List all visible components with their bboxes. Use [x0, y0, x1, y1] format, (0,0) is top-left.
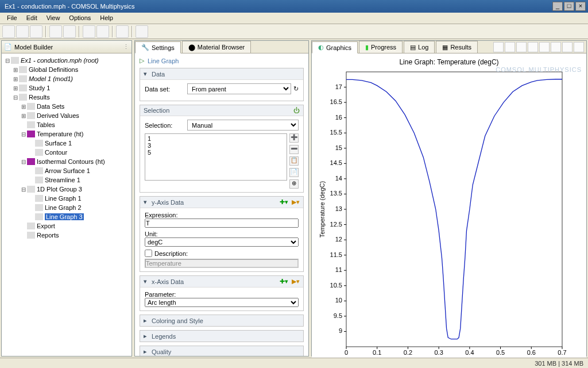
- line-plot: 00.10.20.30.40.50.60.799.51010.51111.512…: [316, 68, 569, 358]
- tree-node[interactable]: Surface 1: [4, 139, 129, 148]
- svg-text:17: 17: [335, 83, 342, 90]
- tree-node[interactable]: ⊞Study 1: [4, 83, 129, 93]
- yaxis-add-icon[interactable]: ✚▾: [280, 198, 288, 206]
- xaxis-tool-icon[interactable]: ▶▾: [292, 278, 300, 285]
- view-grid-icon[interactable]: [551, 42, 561, 52]
- tab-settings[interactable]: 🔧Settings: [135, 41, 181, 53]
- menu-help[interactable]: Help: [95, 13, 118, 24]
- model-builder-panel: 📄 Model Builder ⋮ ⊟Ex1 - conduction.mph …: [1, 40, 132, 356]
- plot-area[interactable]: Line Graph: Temperature (degC) COMSOL MU…: [312, 53, 586, 358]
- tree-node[interactable]: Arrow Surface 1: [4, 166, 129, 175]
- tree-node[interactable]: Line Graph 2: [4, 203, 129, 212]
- toolbar-paste-icon[interactable]: [96, 25, 109, 38]
- section-quality: ▸Quality: [140, 346, 304, 356]
- svg-text:0.6: 0.6: [527, 349, 536, 356]
- svg-text:0.7: 0.7: [558, 349, 566, 356]
- print-icon[interactable]: [574, 42, 584, 52]
- svg-text:12: 12: [335, 236, 342, 243]
- svg-text:0.1: 0.1: [373, 349, 381, 356]
- menu-view[interactable]: View: [42, 13, 65, 24]
- tree-node[interactable]: Contour: [4, 148, 129, 157]
- snapshot-icon[interactable]: [562, 42, 572, 52]
- svg-text:12.5: 12.5: [330, 221, 342, 228]
- svg-text:10.5: 10.5: [330, 282, 342, 289]
- zoom-in-icon[interactable]: [493, 42, 504, 52]
- svg-text:13: 13: [335, 205, 342, 212]
- toolbar-open-icon[interactable]: [16, 25, 29, 38]
- toolbar-save-icon[interactable]: [30, 25, 42, 38]
- tree-node[interactable]: Tables: [4, 120, 129, 129]
- toolbar-new-icon[interactable]: [2, 25, 15, 38]
- tab-results[interactable]: ▦Results: [436, 41, 478, 53]
- zoom-out-icon[interactable]: [505, 42, 515, 52]
- expression-input[interactable]: [145, 218, 299, 228]
- selection-listbox[interactable]: 1 3 5: [145, 133, 287, 181]
- tab-graphics[interactable]: ◐Graphics: [312, 41, 358, 53]
- tree-node[interactable]: Line Graph 1: [4, 194, 129, 203]
- dataset-select[interactable]: From parent: [187, 83, 291, 94]
- menu-bar: File Edit View Options Help: [0, 13, 588, 24]
- title-bar: Ex1 - conduction.mph - COMSOL Multiphysi…: [0, 0, 588, 13]
- section-x-axis: ▾x-Axis Data ✚▾ ▶▾ Parameter: Arc length: [140, 275, 304, 311]
- tab-log[interactable]: ▤Log: [404, 41, 435, 53]
- tree-node[interactable]: ⊟Isothermal Contours (ht): [4, 157, 129, 166]
- maximize-button[interactable]: □: [564, 2, 574, 11]
- toolbar-help-icon[interactable]: [136, 25, 148, 38]
- tree-node[interactable]: ⊞Data Sets: [4, 102, 129, 111]
- progress-icon: ▮: [365, 44, 369, 51]
- close-button[interactable]: ×: [575, 2, 586, 11]
- yaxis-tool-icon[interactable]: ▶▾: [292, 198, 300, 206]
- dataset-reset-icon[interactable]: ↻: [293, 85, 299, 93]
- tree-node[interactable]: Export: [4, 221, 129, 231]
- selection-label: Selection:: [145, 122, 187, 129]
- toolbar-copy-icon[interactable]: [83, 25, 95, 38]
- zoom-box-icon[interactable]: [528, 42, 538, 52]
- selection-copy-icon[interactable]: 📋: [289, 156, 299, 166]
- minimize-button[interactable]: _: [552, 2, 563, 11]
- menu-file[interactable]: File: [2, 13, 22, 24]
- menu-options[interactable]: Options: [64, 13, 95, 24]
- panel-tools-icon[interactable]: ⋮: [123, 43, 129, 51]
- wrench-icon: 🔧: [141, 44, 149, 51]
- tree-node[interactable]: ⊞Derived Values: [4, 111, 129, 120]
- zoom-extents-icon[interactable]: [516, 42, 527, 52]
- parameter-label: Parameter:: [145, 291, 299, 298]
- tab-material-browser[interactable]: ⬤Material Browser: [182, 41, 252, 53]
- selection-select[interactable]: Manual: [187, 120, 299, 131]
- selection-remove-icon[interactable]: ➖: [289, 145, 299, 154]
- tree-node[interactable]: ⊟Results: [4, 93, 129, 102]
- svg-text:10: 10: [335, 297, 342, 304]
- tree-node[interactable]: ⊞Model 1 (mod1): [4, 74, 129, 83]
- svg-text:15: 15: [335, 144, 342, 151]
- tree-node[interactable]: ⊟Temperature (ht): [4, 129, 129, 139]
- svg-text:15.5: 15.5: [330, 129, 342, 136]
- tree-node[interactable]: ⊞Global Definitions: [4, 65, 129, 74]
- main-toolbar: [0, 24, 588, 39]
- selection-paste-icon[interactable]: 📄: [289, 168, 299, 177]
- menu-edit[interactable]: Edit: [22, 13, 42, 24]
- parameter-select[interactable]: Arc length: [145, 298, 299, 307]
- view-list-icon[interactable]: [539, 42, 550, 52]
- selection-power-icon[interactable]: ⏻: [293, 107, 300, 114]
- tab-progress[interactable]: ▮Progress: [359, 41, 403, 53]
- tree-node[interactable]: ⊟1D Plot Group 3: [4, 185, 129, 194]
- tree-node[interactable]: Line Graph 3: [4, 212, 129, 221]
- selection-zoom-icon[interactable]: ⊕: [289, 179, 299, 189]
- tree-node[interactable]: ⊟Ex1 - conduction.mph (root): [4, 56, 129, 65]
- toolbar-compute-icon[interactable]: [116, 25, 129, 38]
- section-data: ▾Data Data set: From parent ↻: [140, 68, 304, 101]
- toolbar-redo-icon[interactable]: [63, 25, 76, 38]
- selection-add-icon[interactable]: ➕: [289, 133, 299, 143]
- toolbar-undo-icon[interactable]: [49, 25, 62, 38]
- description-checkbox[interactable]: [145, 250, 152, 257]
- svg-text:13.5: 13.5: [330, 190, 342, 197]
- unit-select[interactable]: degC: [145, 237, 299, 247]
- xaxis-add-icon[interactable]: ✚▾: [280, 278, 288, 285]
- svg-text:11.5: 11.5: [330, 251, 342, 258]
- tree-node[interactable]: Streamline 1: [4, 175, 129, 185]
- unit-label: Unit:: [145, 231, 299, 237]
- dataset-label: Data set:: [145, 86, 187, 93]
- tree-node[interactable]: Reports: [4, 231, 129, 240]
- svg-text:0.4: 0.4: [465, 349, 474, 356]
- model-tree[interactable]: ⊟Ex1 - conduction.mph (root)⊞Global Defi…: [2, 53, 131, 242]
